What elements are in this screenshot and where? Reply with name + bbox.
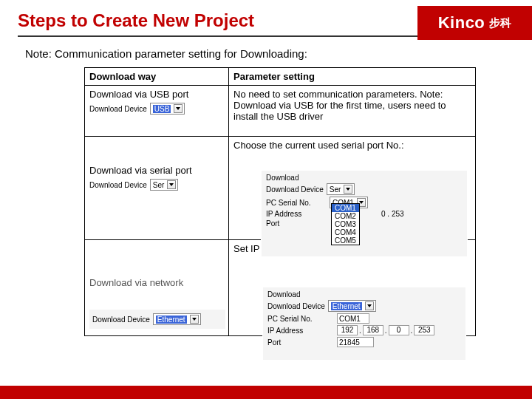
- panel-group-label: Download: [266, 174, 463, 182]
- panel-group-label: Download: [267, 290, 461, 299]
- ip-seg-4[interactable]: 253: [414, 325, 434, 335]
- table-row: Download via USB port Download Device US…: [85, 86, 476, 137]
- serial-panel-device-select[interactable]: Ser: [327, 183, 355, 195]
- serial-row-desc: Choose the current used serial port No.:: [233, 140, 471, 151]
- list-item[interactable]: COM5: [332, 236, 359, 245]
- col-header-left: Download way: [85, 68, 229, 86]
- eth-pc-serial-value[interactable]: COM1: [337, 313, 369, 324]
- usb-device-value: USB: [153, 105, 171, 113]
- serial-panel-device-value: Ser: [330, 185, 341, 194]
- eth-device-label: Download Device: [267, 302, 325, 310]
- chevron-down-icon[interactable]: [365, 301, 374, 310]
- net-panel-device-select[interactable]: Ethernet: [153, 313, 201, 325]
- chevron-down-icon[interactable]: [190, 315, 199, 324]
- usb-device-select[interactable]: USB: [150, 103, 185, 115]
- eth-device-select[interactable]: Ethernet: [328, 300, 376, 312]
- eth-port-label: Port: [267, 338, 334, 347]
- eth-port-input[interactable]: 21845: [337, 337, 374, 347]
- eth-pc-serial-label: PC Serial No.: [267, 315, 334, 323]
- ethernet-settings-panel: Download Download Device Ethernet PC Ser…: [262, 287, 466, 361]
- chevron-down-icon[interactable]: [174, 104, 183, 113]
- list-item[interactable]: COM1: [332, 204, 359, 212]
- ip-seg-3[interactable]: 0: [389, 325, 409, 335]
- net-row-title: Download via network: [89, 277, 224, 288]
- brand-logo-text: Kinco: [438, 13, 485, 33]
- com-port-dropdown[interactable]: COM1 COM2 COM3 COM4 COM5: [331, 203, 360, 245]
- ip-address-input[interactable]: 192. 168. 0. 253: [337, 325, 434, 335]
- usb-row-desc: No need to set communication parameters.…: [233, 89, 471, 133]
- port-label: Port: [266, 219, 327, 228]
- footer-bar: [0, 386, 532, 399]
- serial-device-select[interactable]: Ser: [150, 179, 179, 191]
- brand-logo: Kinco 步科: [417, 6, 532, 40]
- serial-row-title: Download via serial port: [89, 165, 224, 176]
- net-panel-device-value: Ethernet: [156, 316, 187, 324]
- brand-logo-cn: 步科: [489, 16, 511, 30]
- chevron-down-icon[interactable]: [167, 180, 176, 189]
- serial-device-label: Download Device: [89, 181, 147, 189]
- pc-serial-label: PC Serial No.: [266, 199, 327, 207]
- list-item[interactable]: COM2: [332, 212, 359, 220]
- serial-device-value: Ser: [153, 181, 165, 189]
- col-header-right: Parameter setting: [229, 68, 476, 86]
- usb-row-title: Download via USB port: [89, 89, 224, 100]
- eth-ip-label: IP Address: [267, 327, 334, 335]
- note-text: Note: Communication parameter setting fo…: [0, 37, 532, 67]
- list-item[interactable]: COM4: [332, 228, 359, 236]
- ip-seg-2[interactable]: 168: [363, 325, 383, 335]
- list-item[interactable]: COM3: [332, 220, 359, 228]
- chevron-down-icon[interactable]: [344, 185, 352, 194]
- eth-device-value: Ethernet: [331, 302, 362, 310]
- net-panel-device-label: Download Device: [92, 316, 150, 324]
- serial-panel-device-label: Download Device: [266, 185, 324, 194]
- ip-address-label: IP Address: [266, 210, 327, 218]
- partial-ip-text: 0 . 253: [381, 210, 404, 218]
- usb-device-label: Download Device: [89, 105, 147, 113]
- net-device-panel: Download Device Ethernet: [89, 309, 226, 330]
- ip-seg-1[interactable]: 192: [337, 325, 358, 335]
- serial-options-panel: Download Download Device Ser PC Serial N…: [261, 170, 468, 257]
